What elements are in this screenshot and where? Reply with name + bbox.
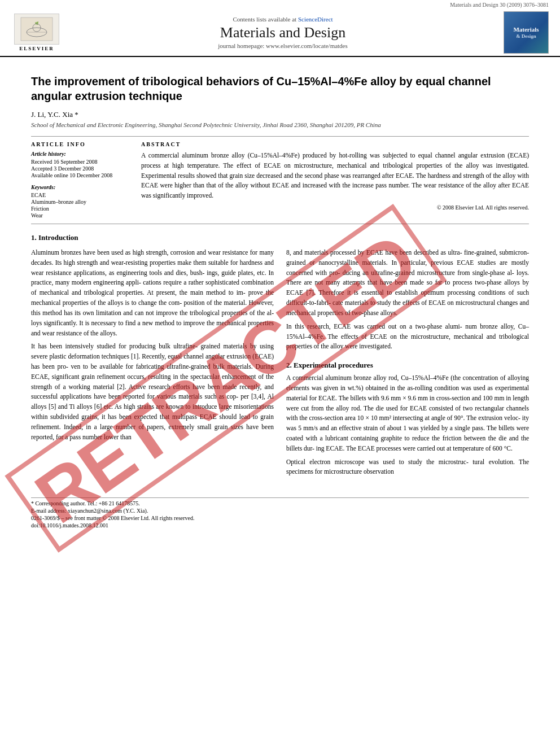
affiliation: School of Mechanical and Electronic Engi…: [31, 121, 529, 128]
paper-content: The improvement of tribological behavior…: [0, 57, 560, 540]
journal-title: Materials and Design: [68, 24, 498, 41]
article-info-column: ARTICLE INFO Article history: Received 1…: [31, 141, 130, 219]
body-col-left: Aluminum bronzes have been used as high …: [31, 248, 274, 480]
divider-top: [31, 136, 529, 137]
svg-rect-0: [21, 18, 53, 41]
footnote-email: E-mail address: xiayanchun2@sina.com (Y.…: [31, 508, 529, 514]
authors: J. Li, Y.C. Xia *: [31, 110, 529, 119]
exp-text-2: Optical electron microscope was used to …: [286, 457, 529, 478]
intro-text-right: 8, and materials processed by ECAE have …: [286, 248, 529, 318]
page: Materials and Design 30 (2009) 3076–3081…: [0, 0, 560, 747]
body-col-right: 8, and materials processed by ECAE have …: [286, 248, 529, 480]
sciencedirect-link[interactable]: ScienceDirect: [298, 16, 333, 23]
elsevier-logo-image: 🌿: [14, 14, 59, 45]
exp-text: A commercial aluminum bronze alloy rod, …: [286, 373, 529, 454]
elsevier-logo: 🌿 ELSEVIER: [11, 14, 62, 51]
contents-text: Contents lists available at: [233, 16, 296, 23]
sciencedirect-text: ScienceDirect: [298, 16, 333, 23]
homepage-line: journal homepage: www.elsevier.com/locat…: [68, 42, 498, 49]
intro-section-title: 1. Introduction: [31, 233, 529, 242]
citation-text: Materials and Design 30 (2009) 3076–3081: [450, 2, 549, 8]
received-date: Received 16 September 2008: [31, 159, 130, 165]
journal-header: 🌿 ELSEVIER Contents lists available at S…: [0, 8, 560, 57]
intro-text-left: Aluminum bronzes have been used as high …: [31, 248, 274, 338]
accepted-date: Accepted 3 December 2008: [31, 165, 130, 172]
elsevier-label: ELSEVIER: [19, 46, 54, 51]
citation-line: Materials and Design 30 (2009) 3076–3081: [0, 0, 560, 8]
exp-section-title: 2. Experimental procedures: [286, 361, 529, 370]
article-history-label: Article history:: [31, 151, 130, 157]
keyword-2: Friction: [31, 206, 130, 212]
copyright: © 2008 Elsevier Ltd. All rights reserved…: [141, 204, 529, 211]
authors-text: J. Li, Y.C. Xia *: [31, 110, 78, 119]
divider-bottom: [31, 224, 529, 224]
svg-text:🌿: 🌿: [35, 21, 39, 25]
article-info-abstract: ARTICLE INFO Article history: Received 1…: [31, 141, 529, 219]
journal-logo-line1: Materials: [513, 25, 539, 33]
abstract-section: ABSTRACT A commercial aluminum bronze al…: [141, 141, 529, 219]
footnote-doi: doi:10.1016/j.matdes.2008.12.001: [31, 522, 529, 528]
journal-logo-amp: & Design: [516, 33, 536, 40]
footnote-issn: 0261-3069/$ – see front matter © 2008 El…: [31, 515, 529, 521]
keyword-1: Aluminum–bronze alloy: [31, 199, 130, 205]
abstract-text: A commercial aluminum bronze alloy (Cu–1…: [141, 151, 529, 201]
available-date: Available online 10 December 2008: [31, 172, 130, 178]
keywords-section: Keywords: ECAE Aluminum–bronze alloy Fri…: [31, 184, 130, 219]
body-two-col: Aluminum bronzes have been used as high …: [31, 248, 529, 480]
intro-text-right-2: In this research, ECAE was carried out o…: [286, 322, 529, 352]
keywords-label: Keywords:: [31, 184, 130, 190]
journal-center: Contents lists available at ScienceDirec…: [62, 16, 504, 49]
abstract-title: ABSTRACT: [141, 141, 529, 147]
intro-text-left-2: It has been intensively studied for prod…: [31, 342, 274, 442]
keyword-0: ECAE: [31, 192, 130, 198]
paper-title: The improvement of tribological behavior…: [31, 74, 529, 103]
contents-line: Contents lists available at ScienceDirec…: [68, 16, 498, 23]
footnote-area: * Corresponding author. Tel.: +86 21 641…: [31, 497, 529, 528]
article-info-title: ARTICLE INFO: [31, 141, 130, 147]
journal-logo-right: Materials & Design: [504, 11, 549, 54]
footnote-corresponding: * Corresponding author. Tel.: +86 21 641…: [31, 500, 529, 506]
keyword-3: Wear: [31, 212, 130, 219]
